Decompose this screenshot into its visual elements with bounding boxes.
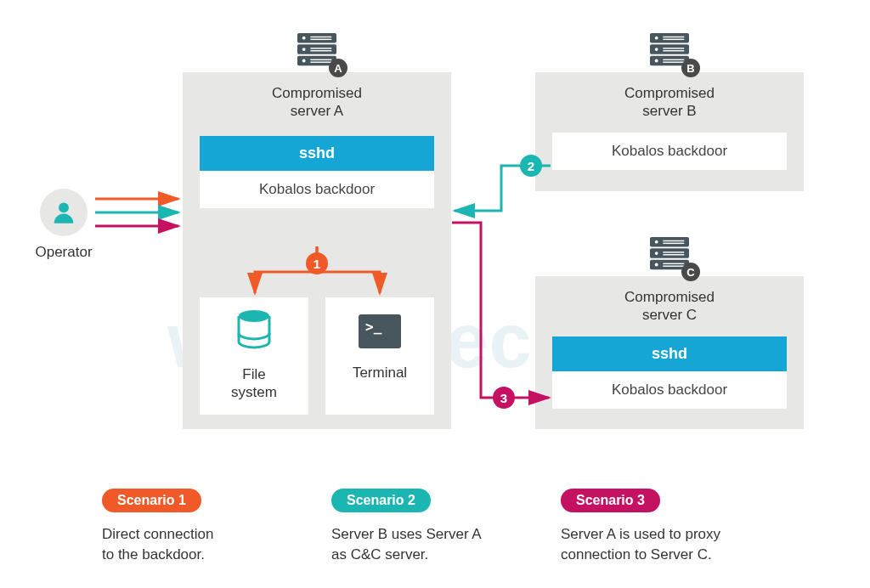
terminal-card: >_ Terminal (325, 297, 434, 415)
badge-1: 1 (306, 252, 328, 274)
svg-rect-19 (663, 39, 684, 40)
svg-rect-27 (663, 61, 684, 62)
badge-3: 3 (493, 387, 515, 409)
svg-rect-35 (663, 254, 684, 255)
svg-rect-12 (310, 61, 331, 62)
server-a-backdoor: Kobalos backdoor (200, 171, 434, 208)
terminal-icon: >_ (357, 313, 403, 350)
svg-rect-39 (663, 265, 684, 266)
operator-icon (40, 189, 88, 236)
scenario-1-pill: Scenario 1 (102, 489, 201, 512)
server-b-title: Compromised server B (535, 84, 804, 121)
server-c-badge: C (681, 263, 700, 281)
scenario-3-pill: Scenario 3 (561, 489, 660, 512)
server-a-title: Compromised server A (183, 84, 451, 121)
svg-rect-11 (310, 59, 331, 60)
file-system-label: File system (200, 365, 308, 402)
server-a-sshd: sshd (200, 136, 434, 171)
server-c-sshd: sshd (552, 336, 787, 371)
svg-point-17 (655, 37, 658, 40)
scenario-1-desc: Direct connection to the backdoor. (102, 524, 213, 565)
svg-rect-8 (310, 50, 331, 51)
svg-rect-34 (663, 252, 684, 252)
svg-point-29 (655, 240, 658, 244)
operator-label: Operator (25, 243, 102, 261)
terminal-label: Terminal (325, 364, 434, 382)
svg-point-6 (302, 48, 306, 51)
svg-point-2 (302, 37, 306, 40)
scenario-2-desc: Server B uses Server A as C&C server. (331, 524, 482, 565)
scenario-2: Scenario 2 Server B uses Server A as C&C… (331, 489, 482, 565)
svg-point-0 (59, 202, 69, 212)
svg-point-37 (655, 263, 658, 267)
scenario-3-desc: Server A is used to proxy connection to … (561, 524, 720, 565)
svg-rect-18 (663, 37, 684, 37)
svg-rect-30 (663, 240, 684, 241)
server-b-box: B Compromised server B Kobalos backdoor (535, 72, 804, 191)
svg-rect-23 (663, 50, 684, 51)
server-c-backdoor: Kobalos backdoor (552, 371, 787, 409)
svg-point-21 (655, 48, 658, 51)
server-b-badge: B (681, 59, 700, 77)
server-a-box: A Compromised server A sshd Kobalos back… (183, 72, 451, 429)
svg-rect-7 (310, 48, 331, 48)
server-a-badge: A (329, 59, 347, 77)
scenario-2-pill: Scenario 2 (331, 489, 431, 512)
svg-point-25 (655, 59, 658, 63)
svg-text:>_: >_ (365, 319, 382, 335)
svg-rect-22 (663, 48, 684, 48)
file-system-card: File system (200, 297, 308, 415)
database-icon (235, 309, 273, 355)
svg-point-13 (239, 310, 269, 322)
scenario-1: Scenario 1 Direct connection to the back… (102, 489, 213, 565)
scenario-3: Scenario 3 Server A is used to proxy con… (561, 489, 720, 565)
server-c-title: Compromised server C (535, 288, 804, 325)
svg-rect-31 (663, 243, 684, 244)
server-c-box: C Compromised server C sshd Kobalos back… (535, 276, 804, 429)
server-b-backdoor: Kobalos backdoor (552, 133, 787, 170)
svg-point-33 (655, 252, 658, 255)
svg-rect-4 (310, 39, 331, 40)
svg-rect-3 (310, 37, 331, 37)
svg-point-10 (302, 59, 306, 63)
svg-rect-38 (663, 263, 684, 264)
badge-2: 2 (520, 155, 542, 177)
svg-rect-26 (663, 59, 684, 60)
